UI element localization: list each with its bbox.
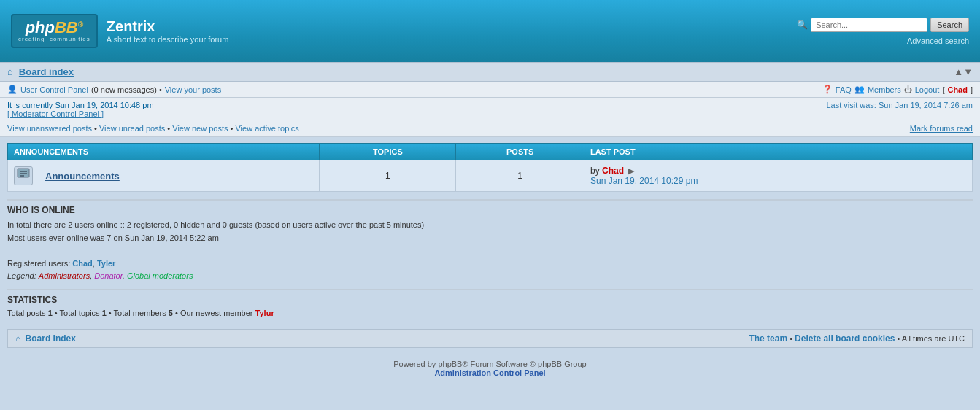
footer-home-icon: ⌂ xyxy=(15,333,20,344)
page-footer: Powered by phpBB® Forum Software © phpBB… xyxy=(0,354,980,383)
search-input[interactable] xyxy=(811,18,927,32)
col-posts: POSTS xyxy=(456,144,584,160)
legend-donator: Donator xyxy=(94,271,123,280)
newest-member-link[interactable]: Tylur xyxy=(255,309,274,317)
last-post-user-link[interactable]: Chad xyxy=(602,166,624,176)
forum-table-header: ANNOUNCEMENTS TOPICS POSTS LAST POST xyxy=(8,144,973,160)
bullet1: • xyxy=(55,309,60,317)
admin-control-panel-link[interactable]: Administration Control Panel xyxy=(434,368,545,377)
logo-box: phpBB® creating communities xyxy=(11,14,98,48)
all-times-text: All times are UTC xyxy=(902,334,965,343)
main-content: ANNOUNCEMENTS TOPICS POSTS LAST POST xyxy=(0,137,980,323)
registered-label: Registered users: xyxy=(7,259,70,268)
total-members-value: 5 xyxy=(169,309,173,317)
statistics-title: STATISTICS xyxy=(7,295,973,305)
footer-nav: ⌂ Board index The team • Delete all boar… xyxy=(7,329,973,348)
forum-table: ANNOUNCEMENTS TOPICS POSTS LAST POST xyxy=(7,143,973,192)
footer-board-index-link[interactable]: Board index xyxy=(26,333,76,344)
forum-name-cell: Announcements xyxy=(39,160,320,192)
search-icon: 🔍 xyxy=(797,20,808,30)
legend-admins: Administrators xyxy=(39,271,90,280)
search-button[interactable]: Search xyxy=(930,18,969,32)
posts-count: 1 xyxy=(456,160,584,192)
view-unanswered-link[interactable]: View unanswered posts xyxy=(7,124,92,133)
user-bar: 👤 User Control Panel (0 new messages) • … xyxy=(0,82,980,98)
resize-icons[interactable]: ▲▼ xyxy=(954,66,973,77)
total-topics-label: Total topics xyxy=(60,309,100,317)
members-link[interactable]: Members xyxy=(868,85,901,94)
top-nav: ⌂ Board index ▲▼ xyxy=(0,62,980,82)
col-forum-name: ANNOUNCEMENTS xyxy=(8,144,320,160)
total-posts-label: Total posts xyxy=(7,309,46,317)
online-user-tyler-link[interactable]: Tyler xyxy=(97,259,115,268)
info-bar: It is currently Sun Jan 19, 2014 10:48 p… xyxy=(0,98,980,120)
new-messages-text: (0 new messages) • xyxy=(91,85,162,94)
who-is-online-section: WHO IS ONLINE In total there are 2 users… xyxy=(7,199,973,283)
table-row: Announcements 1 1 by Chad ▶ Sun Jan 19, … xyxy=(8,160,973,192)
topics-count: 1 xyxy=(320,160,456,192)
online-max-line: Most users ever online was 7 on Sun Jan … xyxy=(7,232,973,245)
logout-icon: ⏻ xyxy=(904,85,912,94)
mark-forums-read-link[interactable]: Mark forums read xyxy=(910,124,973,133)
bullet2: • xyxy=(109,309,114,317)
header-left: phpBB® creating communities Zentrix A sh… xyxy=(11,14,228,48)
user-bar-left: 👤 User Control Panel (0 new messages) • … xyxy=(7,85,221,94)
legend-label: Legend: xyxy=(7,271,36,280)
logout-link[interactable]: Logout xyxy=(915,85,940,94)
col-topics: TOPICS xyxy=(320,144,456,160)
last-visit-text: Last visit was: Sun Jan 19, 2014 7:26 am xyxy=(826,101,973,109)
view-posts-link[interactable]: View your posts xyxy=(165,85,221,94)
delete-cookies-link[interactable]: Delete all board cookies xyxy=(795,333,895,344)
the-team-link[interactable]: The team xyxy=(749,333,787,344)
faq-link[interactable]: FAQ xyxy=(836,85,852,94)
links-bar-left: View unanswered posts • View unread post… xyxy=(7,124,299,133)
breadcrumb: ⌂ Board index xyxy=(7,66,74,77)
footer-nav-right: The team • Delete all board cookies • Al… xyxy=(749,333,965,344)
advanced-search-link[interactable]: Advanced search xyxy=(907,36,969,45)
members-icon: 👥 xyxy=(854,85,865,94)
header-right: 🔍 Search Advanced search xyxy=(797,18,969,45)
col-last-post: LAST POST xyxy=(584,144,972,160)
last-post-date: Sun Jan 19, 2014 10:29 pm xyxy=(590,176,698,186)
site-name: Zentrix xyxy=(107,18,229,35)
info-bar-left: It is currently Sun Jan 19, 2014 10:48 p… xyxy=(7,101,154,118)
username-link[interactable]: Chad xyxy=(947,85,968,94)
board-index-link[interactable]: Board index xyxy=(19,66,74,77)
forum-icon-img xyxy=(14,166,33,185)
total-members-label: Total members xyxy=(114,309,166,317)
info-bar-right: Last visit was: Sun Jan 19, 2014 7:26 am xyxy=(826,101,973,109)
online-user-chad-link[interactable]: Chad xyxy=(72,259,93,268)
user-separator: [ xyxy=(942,85,944,94)
view-active-link[interactable]: View active topics xyxy=(235,124,298,133)
powered-by-text: Powered by phpBB® Forum Software © phpBB… xyxy=(6,360,974,368)
newest-member-label: Our newest member xyxy=(180,309,253,317)
user-bracket-close: ] xyxy=(971,85,973,94)
announcements-icon xyxy=(17,167,30,180)
faq-icon: ❓ xyxy=(822,85,833,94)
site-description: A short text to describe your forum xyxy=(107,35,229,44)
header: phpBB® creating communities Zentrix A sh… xyxy=(0,0,980,62)
logo-bb: BB xyxy=(55,18,78,36)
view-unread-link[interactable]: View unread posts xyxy=(99,124,165,133)
bullet3: • xyxy=(175,309,180,317)
online-info: In total there are 2 users online :: 2 r… xyxy=(7,219,973,283)
user-control-panel-link[interactable]: User Control Panel xyxy=(20,85,88,94)
home-icon: ⌂ xyxy=(7,66,13,77)
statistics-section: STATISTICS Total posts 1 • Total topics … xyxy=(7,289,973,317)
site-title: Zentrix A short text to describe your fo… xyxy=(107,18,229,44)
view-new-link[interactable]: View new posts xyxy=(172,124,228,133)
user-bar-right: ❓ FAQ 👥 Members ⏻ Logout [ Chad ] xyxy=(822,85,973,94)
moderator-control-panel-link[interactable]: [ Moderator Control Panel ] xyxy=(7,109,104,118)
view-post-icon: ▶ xyxy=(628,166,634,175)
last-post-cell: by Chad ▶ Sun Jan 19, 2014 10:29 pm xyxy=(584,160,972,192)
bullet-ft1: • xyxy=(790,334,795,343)
current-time: It is currently Sun Jan 19, 2014 10:48 p… xyxy=(7,101,154,109)
legend-globmod: Global moderators xyxy=(127,271,193,280)
forum-name-link[interactable]: Announcements xyxy=(45,171,120,182)
who-is-online-title: WHO IS ONLINE xyxy=(7,205,973,215)
user-icon: 👤 xyxy=(7,85,18,94)
legend-line: Legend: Administrators, Donator, Global … xyxy=(7,270,973,283)
logo-tagline: creating communities xyxy=(18,36,90,42)
stats-info: Total posts 1 • Total topics 1 • Total m… xyxy=(7,309,973,317)
links-bar: View unanswered posts • View unread post… xyxy=(0,120,980,137)
